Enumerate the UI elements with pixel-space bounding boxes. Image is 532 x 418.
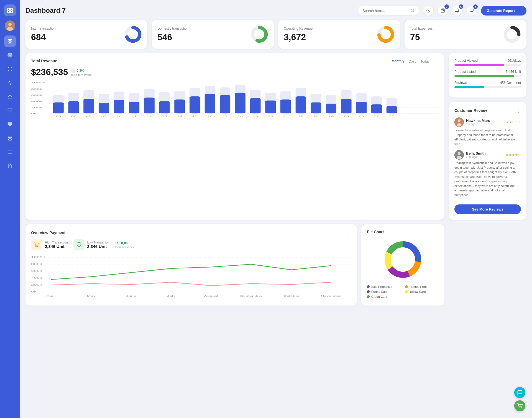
sidebar-item-settings[interactable] [4, 49, 16, 61]
svg-point-5 [8, 23, 12, 26]
svg-text:20: 20 [268, 115, 273, 117]
sidebar-item-doc[interactable] [4, 160, 16, 172]
svg-text:12: 12 [147, 115, 152, 117]
notifications-button[interactable]: 12 [452, 6, 462, 16]
svg-text:600k: 600k [31, 94, 43, 96]
bar-chart: 1000k 800k 600k 400k 200k 0k [31, 81, 439, 119]
reviewer-name-1: Bella Smith [466, 151, 486, 155]
svg-text:April: April [47, 295, 56, 297]
reviewer-avatar-0 [454, 117, 464, 127]
avatar[interactable] [5, 20, 15, 31]
legend-item-4: Green Card [367, 295, 401, 298]
revenue-more-icon[interactable]: ⋯ [434, 59, 439, 65]
svg-text:28: 28 [389, 115, 394, 117]
sidebar-item-menu[interactable] [4, 146, 16, 158]
stat-value-3: 75 [410, 32, 433, 42]
svg-point-148 [391, 247, 415, 272]
generate-report-button[interactable]: Generate Report [481, 6, 526, 16]
overview-title: Overview Payment [31, 230, 66, 235]
legend-item-0: Sale Properties [367, 285, 401, 288]
svg-rect-0 [7, 8, 9, 10]
svg-rect-76 [190, 96, 200, 113]
svg-rect-10 [11, 42, 12, 43]
header: Dashboard 7 2 12 5 Generate Report [25, 6, 526, 16]
sidebar-item-info[interactable] [4, 63, 16, 75]
search-input[interactable] [362, 9, 408, 13]
svg-rect-115 [387, 106, 397, 113]
svg-rect-103 [326, 104, 336, 113]
svg-rect-70 [159, 101, 170, 113]
stat-card-inter-transaction: Inter. transaction 684 [25, 20, 147, 49]
svg-rect-94 [280, 99, 291, 113]
cart-float-button[interactable] [514, 400, 525, 411]
low-transaction-icon [73, 239, 85, 250]
svg-text:0k: 0k [31, 112, 37, 115]
reviewer-name-0: Hawkins Maru [466, 119, 490, 123]
metric-bar-0 [454, 64, 521, 66]
app-logo[interactable] [4, 4, 16, 16]
svg-text:15: 15 [192, 115, 198, 117]
sidebar-item-heart[interactable] [4, 105, 16, 116]
svg-rect-79 [205, 94, 215, 113]
svg-rect-73 [174, 99, 185, 113]
stat-value-2: 3,672 [284, 32, 313, 42]
metric-bar-2 [454, 86, 521, 88]
cart-button[interactable]: 2 [438, 6, 448, 16]
cart-badge: 2 [444, 4, 449, 9]
svg-point-122 [457, 156, 462, 159]
see-more-reviews-button[interactable]: See More Reviews [454, 204, 521, 214]
svg-text:10: 10 [116, 115, 122, 117]
dark-mode-toggle[interactable] [423, 6, 433, 16]
overview-change-arrow: ↑ [115, 240, 120, 245]
stat-card-operating-revenue: Operating Revenue 3,672 [278, 20, 400, 49]
search-icon [411, 8, 415, 13]
messages-button[interactable]: 5 [467, 6, 477, 16]
tab-today[interactable]: Today [421, 60, 429, 64]
high-transaction-value: 2,346 Unit [45, 244, 68, 249]
svg-rect-106 [341, 99, 352, 114]
svg-rect-3 [11, 11, 12, 13]
stat-label-2: Operating Revenue [284, 27, 313, 30]
stat-card-domestic-transaction: Domestic transaction 546 [152, 20, 274, 49]
reviewer-time-0: 5m ago [466, 123, 490, 126]
legend-item-1: Rented Prop [405, 285, 439, 288]
sidebar-item-chart[interactable] [4, 77, 16, 89]
svg-rect-49 [53, 102, 64, 113]
stat-label-1: Domestic transaction [157, 27, 188, 30]
svg-rect-8 [11, 39, 12, 41]
low-transaction-label: Low Transaction [87, 241, 109, 244]
svg-rect-85 [235, 93, 245, 113]
svg-text:400k: 400k [31, 276, 42, 279]
metric-value-1: 3,456 Unit [506, 70, 521, 74]
reviews-more-icon[interactable]: ⋮ [516, 107, 521, 114]
svg-point-150 [521, 408, 522, 408]
overview-stats: High Transaction 2,346 Unit Low Transact… [31, 239, 351, 250]
floating-buttons [514, 387, 525, 411]
svg-text:September: September [240, 295, 263, 297]
svg-text:November: November [321, 295, 342, 297]
svg-point-121 [458, 152, 461, 155]
search-bar[interactable] [358, 6, 419, 15]
bottom-row: Overview Payment ⋮ High Transaction 2,34… [25, 224, 526, 306]
tab-daily[interactable]: Daily [409, 60, 416, 64]
pie-title: Pie Chart [367, 230, 384, 234]
moon-icon [426, 8, 431, 13]
svg-text:200k: 200k [31, 106, 43, 109]
chart-bar-icon [517, 9, 521, 12]
overview-more-icon[interactable]: ⋮ [346, 230, 351, 236]
support-float-button[interactable] [514, 387, 525, 398]
sidebar [0, 0, 20, 418]
reviews-title: Customer Review [454, 108, 487, 113]
sidebar-item-printer[interactable] [4, 132, 16, 144]
sidebar-item-dashboard[interactable] [4, 35, 16, 47]
metric-label-0: Product Viewed [454, 59, 478, 63]
sidebar-item-star[interactable] [4, 91, 16, 102]
donut-1 [250, 25, 268, 43]
tab-monthly[interactable]: Monthly [392, 59, 404, 64]
svg-text:17: 17 [222, 115, 228, 117]
svg-text:200k: 200k [31, 283, 42, 286]
overview-payment-card: Overview Payment ⋮ High Transaction 2,34… [25, 224, 357, 306]
sidebar-item-heart2[interactable] [4, 119, 16, 130]
metric-label-2: Reviews [454, 81, 467, 85]
svg-text:24: 24 [329, 115, 334, 117]
